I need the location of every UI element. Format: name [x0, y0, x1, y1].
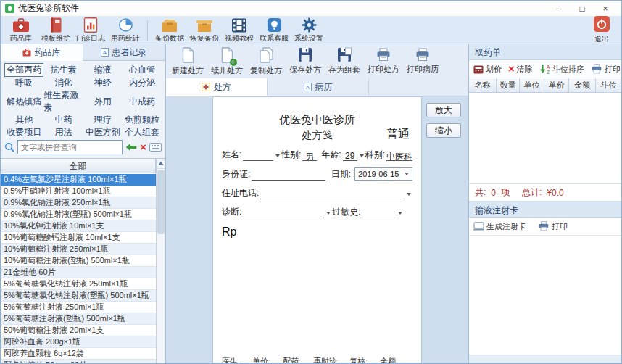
system-settings-button[interactable]: 系统设置: [291, 17, 326, 44]
dropdown-arrow-icon[interactable]: [326, 212, 331, 217]
list-item[interactable]: 0.9%氯化钠注射液 250ml×1瓶: [1, 197, 156, 209]
column-drawer[interactable]: 斗位: [596, 78, 621, 92]
zoom-out-button[interactable]: 缩小: [426, 123, 461, 138]
category-item[interactable]: 维生素激素: [43, 89, 83, 114]
save-as-set-button[interactable]: 存为组套: [325, 46, 364, 78]
category-item[interactable]: 神经: [83, 77, 123, 89]
category-item[interactable]: 中药: [43, 114, 83, 126]
print-injection-card-button[interactable]: 打印: [538, 221, 568, 232]
video-tutorial-button[interactable]: 视频教程: [222, 17, 257, 44]
list-item[interactable]: 阿胶补血膏 200g×1瓶: [1, 336, 156, 348]
name-field[interactable]: [243, 151, 273, 161]
column-amount[interactable]: 金额: [569, 78, 596, 92]
list-item[interactable]: 0.9%氯化钠注射液(塑瓶) 500ml×1瓶: [1, 209, 156, 220]
outpatient-log-button[interactable]: 门诊日志: [73, 17, 108, 44]
sex-field[interactable]: 男: [302, 151, 317, 161]
new-prescription-button[interactable]: 新建处方: [168, 46, 207, 78]
list-item[interactable]: 0.5%甲硝唑注射液 100ml×1瓶: [1, 186, 156, 197]
template-maintenance-button[interactable]: 模板维护: [38, 17, 73, 44]
zoom-in-button[interactable]: 放大: [426, 103, 461, 117]
category-item[interactable]: 消化: [43, 77, 83, 89]
list-item[interactable]: 10%葡萄糖酸钙注射液 10ml×1支: [1, 232, 156, 244]
list-item[interactable]: 5%葡萄糖注射液(塑瓶) 500ml×1瓶: [1, 313, 156, 325]
restore-backup-button[interactable]: 恢复备份: [187, 17, 222, 44]
category-item[interactable]: 内分泌: [123, 77, 162, 89]
category-item[interactable]: 中成药: [123, 89, 162, 114]
date-combobox[interactable]: 2019-06-15: [354, 167, 412, 181]
drawer-sort-button[interactable]: AZ 斗位排序: [539, 64, 584, 75]
save-prescription-button[interactable]: 保存处方: [286, 46, 325, 78]
list-item[interactable]: 0.4%左氧氟沙星注射液 100ml×1瓶: [1, 174, 156, 186]
category-item[interactable]: 理疗: [83, 114, 123, 126]
list-item[interactable]: 5%葡萄糖注射液 250ml×1瓶: [1, 302, 156, 313]
category-item[interactable]: 全部西药: [4, 63, 43, 77]
list-item[interactable]: 阿卡波糖片 50mg×30片: [1, 360, 156, 363]
category-item[interactable]: 呼吸: [4, 77, 43, 89]
category-item[interactable]: 其他: [4, 114, 43, 126]
column-quantity[interactable]: 数量: [497, 78, 520, 92]
dropdown-arrow-icon[interactable]: [360, 154, 364, 160]
scroll-up-arrow[interactable]: [157, 159, 165, 169]
allergy-field[interactable]: [362, 208, 396, 218]
category-item[interactable]: 输液: [83, 63, 123, 77]
print-prescription-button[interactable]: 打印处方: [364, 46, 403, 78]
tab-medicine-library[interactable]: 药品库: [1, 44, 83, 61]
customer-service-button[interactable]: 联系客服: [257, 17, 291, 44]
tab-patient-records[interactable]: A 患者记录: [83, 44, 166, 60]
keyboard-icon[interactable]: [149, 143, 162, 152]
list-item[interactable]: 10%葡萄糖注射液 250ml×1瓶: [1, 244, 156, 255]
list-item[interactable]: 阿胶养血颗粒 6g×12袋: [1, 348, 156, 360]
pricing-button[interactable]: 划价: [473, 64, 502, 75]
category-item[interactable]: 心血管: [123, 63, 162, 77]
list-item[interactable]: 5%葡萄糖氯化钠注射液(塑瓶) 500ml×1瓶: [1, 290, 156, 302]
backup-data-button[interactable]: 备份数据: [152, 17, 187, 44]
back-arrow-icon[interactable]: [125, 143, 137, 152]
print-record-button[interactable]: 打印病历: [403, 46, 442, 78]
dropdown-arrow-icon[interactable]: [275, 154, 280, 160]
category-item[interactable]: 抗生素: [43, 63, 83, 77]
diagnosis-field[interactable]: [243, 208, 324, 218]
clear-search-icon[interactable]: ×: [140, 143, 146, 152]
scroll-thumb[interactable]: [157, 170, 165, 234]
list-item[interactable]: 10%氯化钾注射液 10ml×1支: [1, 220, 156, 232]
column-price[interactable]: 单价: [544, 78, 569, 92]
continue-prescription-button[interactable]: + 续开处方: [207, 46, 246, 78]
title-bar: 优医兔诊所软件 – □ ×: [1, 1, 621, 17]
tab-medical-record[interactable]: A 病历: [268, 78, 369, 96]
medicine-case-icon: [22, 49, 31, 57]
copy-prescription-button[interactable]: 复制处方: [246, 46, 286, 78]
drug-list-scrollbar[interactable]: [156, 159, 165, 363]
injection-card-area: [469, 236, 621, 355]
list-item[interactable]: 10%葡萄糖注射液(塑瓶) 500ml×1瓶: [1, 255, 156, 267]
column-name[interactable]: 名称: [469, 78, 497, 92]
dispensing-panel: 取药单 划价 × 清除 AZ 斗位排序 打印: [468, 44, 621, 363]
medication-stats-button[interactable]: 用药统计: [108, 17, 143, 44]
close-button[interactable]: ×: [594, 4, 617, 14]
column-unit[interactable]: 单位: [520, 78, 544, 92]
medicine-library-button[interactable]: 药品库: [4, 17, 38, 44]
search-input[interactable]: [17, 140, 123, 154]
prescription-panel: 新建处方 + 续开处方 复制处方: [166, 44, 468, 363]
maximize-button[interactable]: □: [571, 4, 594, 14]
category-item[interactable]: 解热镇痛: [4, 89, 43, 114]
dept-field[interactable]: 中医科: [386, 151, 412, 161]
clear-button[interactable]: × 清除: [508, 64, 533, 75]
print-dispensing-button[interactable]: 打印: [591, 64, 621, 75]
address-field[interactable]: [260, 189, 405, 199]
button-label: 新建处方: [172, 65, 204, 76]
list-item[interactable]: 50%葡萄糖注射液 20ml×1支: [1, 325, 156, 336]
list-item[interactable]: 5%葡萄糖氯化钠注射液 250ml×1瓶: [1, 278, 156, 290]
id-label: 身份证:: [222, 168, 250, 181]
dropdown-arrow-icon[interactable]: [407, 193, 411, 198]
id-field[interactable]: [252, 170, 325, 181]
generate-injection-card-button[interactable]: 生成注射卡: [473, 221, 526, 232]
prescription-toolbar: 新建处方 + 续开处方 复制处方: [166, 44, 468, 78]
tab-prescription[interactable]: 处方: [166, 78, 268, 96]
minimize-button[interactable]: –: [547, 4, 571, 14]
list-item[interactable]: 21金维他 60片: [1, 267, 156, 278]
category-item[interactable]: 外用: [83, 89, 123, 114]
category-item[interactable]: 免煎颗粒: [123, 114, 162, 126]
dropdown-arrow-icon[interactable]: [398, 212, 402, 217]
age-field[interactable]: 29: [343, 151, 357, 161]
exit-button[interactable]: 退出: [585, 17, 618, 44]
